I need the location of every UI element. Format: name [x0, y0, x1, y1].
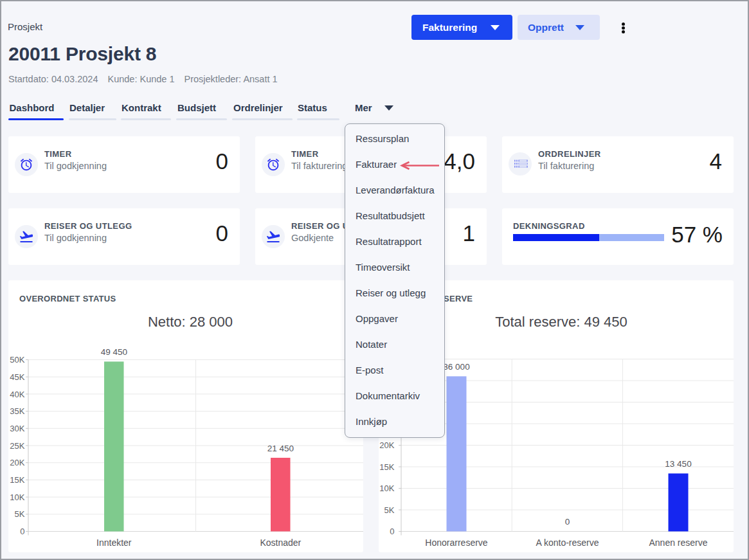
- svg-text:15K: 15K: [379, 462, 394, 472]
- svg-text:5K: 5K: [15, 509, 25, 519]
- svg-text:Kostnader: Kostnader: [260, 537, 301, 548]
- svg-text:50K: 50K: [10, 355, 24, 365]
- svg-text:30K: 30K: [10, 424, 24, 433]
- svg-text:A konto-reserve: A konto-reserve: [536, 537, 599, 548]
- svg-text:25K: 25K: [10, 441, 24, 451]
- svg-text:0: 0: [20, 527, 24, 536]
- svg-text:49 450: 49 450: [101, 347, 127, 357]
- svg-text:10K: 10K: [10, 492, 24, 502]
- svg-text:36 000: 36 000: [443, 362, 469, 372]
- svg-text:0: 0: [390, 527, 394, 536]
- svg-text:0: 0: [565, 517, 570, 527]
- svg-text:40K: 40K: [10, 390, 24, 399]
- svg-text:21 450: 21 450: [267, 444, 294, 453]
- svg-text:35K: 35K: [10, 406, 24, 416]
- svg-text:Inntekter: Inntekter: [96, 537, 132, 548]
- svg-text:Honorarreserve: Honorarreserve: [425, 537, 487, 548]
- svg-text:5K: 5K: [384, 505, 395, 515]
- svg-text:10K: 10K: [379, 483, 394, 493]
- svg-text:45K: 45K: [10, 372, 24, 382]
- svg-text:13 450: 13 450: [665, 459, 691, 469]
- svg-text:15K: 15K: [10, 475, 24, 485]
- svg-text:20K: 20K: [10, 458, 24, 467]
- svg-text:Annen reserve: Annen reserve: [649, 537, 707, 548]
- svg-text:20K: 20K: [379, 440, 394, 450]
